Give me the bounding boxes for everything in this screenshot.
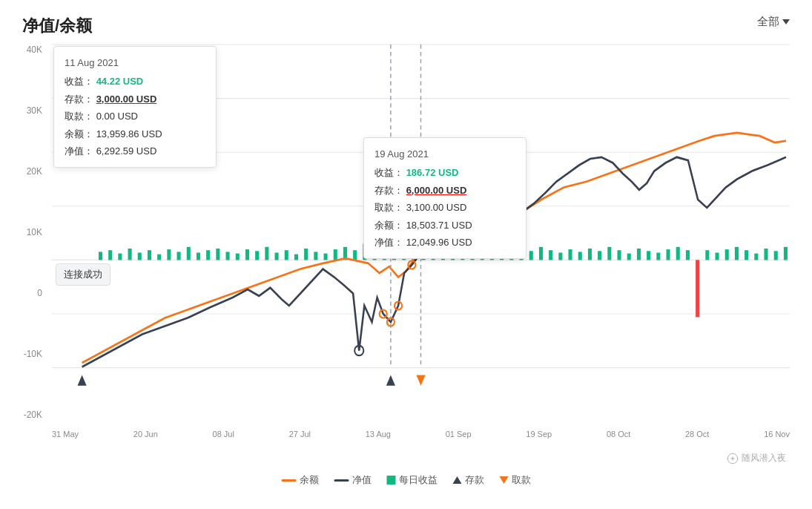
- svg-rect-17: [197, 253, 200, 260]
- svg-rect-21: [236, 254, 240, 260]
- svg-rect-61: [627, 254, 631, 260]
- svg-rect-72: [735, 247, 739, 260]
- tooltip1-deposit: 存款： 3,000.00 USD: [65, 91, 205, 108]
- withdrawal-icon: [499, 476, 508, 484]
- svg-rect-52: [539, 247, 543, 260]
- svg-rect-59: [607, 247, 611, 260]
- x-label-08oct: 08 Oct: [607, 430, 630, 439]
- x-label-27jul: 27 Jul: [289, 430, 311, 439]
- svg-rect-67: [686, 250, 690, 260]
- tooltip1-net: 净值： 6,292.59 USD: [65, 142, 205, 160]
- svg-rect-63: [647, 251, 650, 260]
- daily-profit-icon: [386, 476, 395, 485]
- x-label-13aug: 13 Aug: [366, 430, 391, 439]
- tooltip1-profit: 收益： 44.22 USD: [65, 73, 205, 90]
- chevron-down-icon: [782, 19, 790, 24]
- x-label-20jun: 20 Jun: [133, 430, 158, 439]
- y-label-40k: 40K: [27, 45, 42, 55]
- svg-rect-26: [285, 250, 288, 260]
- x-label-31may: 31 May: [52, 430, 79, 439]
- svg-rect-58: [598, 251, 601, 260]
- svg-rect-68: [696, 260, 699, 317]
- svg-rect-57: [588, 249, 592, 260]
- svg-rect-65: [666, 249, 670, 260]
- svg-rect-64: [656, 253, 660, 260]
- svg-rect-51: [529, 251, 533, 260]
- x-label-28oct: 28 Oct: [685, 430, 709, 439]
- tooltip2-net: 净值： 12,049.96 USD: [374, 234, 515, 251]
- svg-rect-56: [578, 252, 582, 260]
- svg-rect-75: [764, 249, 768, 260]
- svg-rect-29: [314, 252, 317, 260]
- svg-rect-66: [676, 247, 680, 260]
- svg-rect-12: [148, 250, 151, 260]
- svg-rect-31: [334, 249, 337, 260]
- y-label-10k: 10K: [27, 227, 42, 237]
- chart-legend: 余额 净值 每日收益 存款 取款: [281, 473, 531, 487]
- x-label-16nov: 16 Nov: [764, 430, 790, 439]
- deposit-icon: [452, 476, 461, 484]
- svg-marker-82: [416, 375, 425, 386]
- legend-balance: 余额: [281, 473, 319, 487]
- legend-deposit: 存款: [452, 473, 484, 487]
- y-label-30k: 30K: [27, 105, 42, 116]
- y-label-minus20k: -20K: [24, 410, 42, 420]
- tooltip-19aug: 19 Aug 2021 收益： 186.72 USD 存款： 6,000.00 …: [363, 137, 527, 259]
- tooltip2-balance: 余额： 18,503.71 USD: [374, 217, 515, 234]
- svg-rect-54: [558, 253, 562, 260]
- tooltip1-date: 11 Aug 2021: [65, 54, 205, 71]
- svg-rect-69: [705, 250, 709, 260]
- svg-rect-10: [128, 249, 132, 260]
- tooltip2-deposit: 存款： 6,000.00 USD: [374, 182, 515, 199]
- svg-rect-70: [715, 253, 719, 260]
- legend-daily-profit: 每日收益: [386, 473, 438, 487]
- watermark-text: 随风潜入夜: [742, 452, 786, 464]
- svg-rect-23: [255, 251, 259, 260]
- page-title: 净值/余额: [22, 15, 92, 37]
- y-label-minus10k: -10K: [24, 349, 42, 359]
- chart-container: 净值/余额 全部 40K 30K 20K 10K 0 -10K -20K: [0, 0, 812, 509]
- svg-rect-76: [774, 251, 778, 260]
- svg-rect-53: [549, 250, 552, 260]
- y-axis: 40K 30K 20K 10K 0 -10K -20K: [0, 45, 48, 420]
- net-line-icon: [334, 479, 349, 482]
- svg-rect-11: [138, 253, 142, 260]
- svg-rect-14: [167, 249, 171, 260]
- svg-rect-22: [245, 249, 249, 260]
- svg-rect-74: [754, 254, 758, 260]
- svg-rect-27: [294, 254, 298, 260]
- tooltip2-profit: 收益： 186.72 USD: [374, 164, 515, 181]
- tooltip-11aug: 11 Aug 2021 收益： 44.22 USD 存款： 3,000.00 U…: [53, 46, 217, 168]
- svg-rect-16: [187, 247, 191, 260]
- x-label-01sep: 01 Sep: [446, 430, 472, 439]
- svg-rect-9: [118, 254, 122, 260]
- svg-rect-8: [108, 250, 112, 260]
- svg-rect-62: [637, 249, 641, 260]
- svg-rect-55: [569, 249, 572, 260]
- svg-rect-28: [304, 249, 308, 260]
- svg-rect-20: [226, 252, 230, 260]
- svg-rect-33: [353, 250, 357, 260]
- tooltip2-date: 19 Aug 2021: [374, 145, 515, 162]
- legend-net: 净值: [334, 473, 372, 487]
- svg-rect-60: [617, 250, 621, 260]
- svg-marker-80: [78, 375, 87, 386]
- svg-rect-77: [784, 247, 788, 260]
- svg-rect-24: [265, 247, 268, 260]
- filter-button[interactable]: 全部: [757, 15, 790, 29]
- y-label-0: 0: [37, 288, 42, 298]
- svg-rect-25: [275, 253, 279, 260]
- x-axis: 31 May 20 Jun 08 Jul 27 Jul 13 Aug 01 Se…: [52, 430, 790, 439]
- y-label-20k: 20K: [27, 166, 42, 177]
- svg-marker-81: [386, 375, 395, 386]
- svg-rect-18: [206, 250, 210, 260]
- x-label-08jul: 08 Jul: [213, 430, 234, 439]
- svg-rect-13: [157, 254, 161, 260]
- tooltip1-balance: 余额： 13,959.86 USD: [65, 125, 205, 142]
- svg-rect-73: [745, 250, 748, 260]
- legend-withdrawal: 取款: [499, 473, 531, 487]
- tooltip2-withdrawal: 取款： 3,100.00 USD: [374, 199, 515, 216]
- svg-rect-30: [324, 254, 328, 260]
- x-label-19sep: 19 Sep: [526, 430, 552, 439]
- tooltip1-withdrawal: 取款： 0.00 USD: [65, 108, 205, 125]
